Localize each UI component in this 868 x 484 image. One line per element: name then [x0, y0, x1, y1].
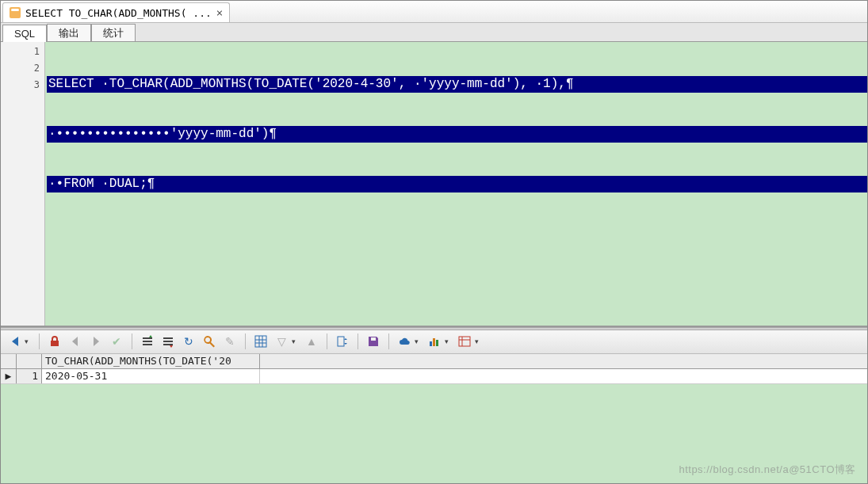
filter-dropdown-icon[interactable]: ▽ [273, 333, 290, 350]
line-gutter: 1 2 3 [1, 42, 45, 326]
insert-row-icon[interactable] [139, 333, 156, 350]
separator [388, 333, 389, 349]
database-icon [10, 7, 21, 18]
nav-prev-icon[interactable] [67, 333, 84, 350]
separator [39, 333, 40, 349]
svg-rect-4 [436, 340, 438, 346]
refresh-icon[interactable]: ↻ [180, 333, 197, 350]
dropdown-arrow-icon[interactable]: ▾ [445, 337, 453, 345]
nav-first-icon[interactable] [6, 333, 23, 350]
dropdown-arrow-icon[interactable]: ▾ [25, 337, 33, 345]
line-number: 1 [1, 44, 40, 60]
separator [327, 333, 327, 349]
table-menu-icon[interactable] [456, 333, 473, 350]
separator [132, 333, 132, 349]
svg-rect-1 [338, 337, 344, 346]
svg-rect-2 [430, 341, 432, 346]
export-icon[interactable] [334, 333, 351, 350]
svg-rect-5 [459, 337, 470, 346]
cloud-icon[interactable] [396, 333, 413, 350]
check-icon[interactable]: ✔ [108, 333, 125, 350]
tab-sql[interactable]: SQL [2, 25, 47, 42]
svg-rect-0 [255, 336, 266, 347]
results-grid[interactable]: TO_CHAR(ADD_MONTHS(TO_DATE('20 ▶ 1 2020-… [1, 354, 867, 384]
lock-icon[interactable] [46, 333, 63, 350]
code-line: ·•••••••••••••••'yyyy-mm-dd')¶ [47, 126, 867, 143]
code-area[interactable]: SELECT ·TO_CHAR(ADD_MONTHS(TO_DATE('2020… [45, 42, 867, 326]
column-header[interactable]: TO_CHAR(ADD_MONTHS(TO_DATE('20 [42, 354, 260, 368]
row-marker-header [1, 354, 17, 368]
row-number: 1 [17, 369, 42, 383]
cell-value[interactable]: 2020-05-31 [42, 369, 260, 383]
title-bar: SELECT TO_CHAR(ADD_MONTHS( ... × [1, 1, 867, 23]
edit-icon[interactable]: ✎ [221, 333, 239, 350]
results-toolbar: ▾ ✔ ↻ ✎ ▽ ▾ ▲ ▾ ▾ ▾ [1, 330, 867, 354]
chart-icon[interactable] [426, 333, 443, 350]
row-marker-icon: ▶ [1, 369, 17, 383]
delete-row-icon[interactable] [159, 333, 177, 350]
separator [245, 333, 246, 349]
svg-rect-3 [433, 338, 435, 346]
row-number-header [17, 354, 42, 368]
close-icon[interactable]: × [216, 6, 223, 19]
tab-output[interactable]: 输出 [47, 24, 91, 41]
editor-tab[interactable]: SELECT TO_CHAR(ADD_MONTHS( ... × [2, 2, 230, 22]
editor-tab-title: SELECT TO_CHAR(ADD_MONTHS( ... [25, 7, 212, 19]
line-number: 2 [1, 60, 40, 77]
sql-editor[interactable]: 1 2 3 SELECT ·TO_CHAR(ADD_MONTHS(TO_DATE… [1, 42, 867, 327]
code-line: SELECT ·TO_CHAR(ADD_MONTHS(TO_DATE('2020… [47, 76, 867, 93]
dropdown-arrow-icon[interactable]: ▾ [415, 337, 423, 345]
sub-tab-bar: SQL 输出 统计 [1, 23, 867, 42]
results-panel: TO_CHAR(ADD_MONTHS(TO_DATE('20 ▶ 1 2020-… [1, 354, 867, 484]
grid-view-icon[interactable] [252, 333, 270, 350]
nav-next-icon[interactable] [87, 333, 105, 350]
code-line: ·•FROM ·DUAL;¶ [47, 176, 867, 192]
save-icon[interactable] [365, 333, 382, 350]
line-number: 3 [1, 77, 40, 93]
grid-header: TO_CHAR(ADD_MONTHS(TO_DATE('20 [1, 354, 867, 369]
tab-stats[interactable]: 统计 [91, 24, 136, 41]
table-row[interactable]: ▶ 1 2020-05-31 [1, 369, 867, 384]
watermark-text: https://blog.csdn.net/a@51CTO博客 [679, 463, 856, 477]
separator [358, 333, 358, 349]
collapse-icon[interactable]: ▲ [303, 333, 320, 350]
find-icon[interactable] [201, 333, 218, 350]
dropdown-arrow-icon[interactable]: ▾ [475, 337, 483, 345]
dropdown-arrow-icon[interactable]: ▾ [292, 337, 300, 345]
